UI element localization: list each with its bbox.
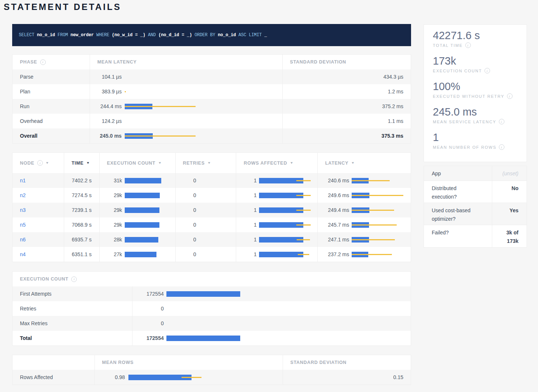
summary-stat: 100%EXECUTED WITHOUT RETRYi [433, 80, 527, 99]
node-row: n27274.5 s29k01249.6 ms [13, 188, 411, 203]
column-header-label: NODE [20, 161, 34, 166]
info-icon[interactable]: i [484, 68, 490, 73]
details-value: No [511, 184, 518, 199]
stddev-line [352, 210, 394, 211]
column-header-time[interactable]: TIME▼ [64, 153, 100, 173]
cell-value: 172554 [132, 335, 164, 341]
cell-value: 244.4 ms [90, 103, 122, 109]
cell-value: 1 [236, 237, 256, 243]
stddev-line [297, 239, 310, 240]
stddev-line [296, 224, 310, 226]
exec-table-header: EXECUTION COUNTi [13, 272, 411, 286]
stddev-line [352, 195, 403, 196]
info-icon[interactable]: i [40, 59, 46, 65]
cell-value: 1 [236, 251, 256, 257]
sql-identifier: (no_d_id = _) [156, 32, 192, 38]
cell-value: 247.1 ms [318, 237, 349, 243]
stddev-line [125, 91, 126, 92]
info-icon[interactable]: i [499, 119, 504, 124]
column-header-execution-count[interactable]: EXECUTION COUNT▼ [100, 153, 176, 173]
phase-table-header: PHASEiMEAN LATENCYSTANDARD DEVIATION [13, 55, 411, 69]
phase-row: Run244.4 ms375.2 ms [13, 99, 411, 114]
bar-chart [259, 252, 317, 257]
stat-label: MEAN SERVICE LATENCYi [433, 119, 527, 124]
cell-value: 31k [100, 178, 122, 183]
node-link[interactable]: n5 [20, 222, 26, 228]
sql-identifier: (no_w_id = _) [109, 32, 145, 38]
column-header-latency[interactable]: LATENCY▼ [318, 153, 411, 173]
phase-row: Overhead124.2 µs1.1 ms [13, 114, 411, 128]
summary-stat: 42271.6 sTOTAL TIMEi [433, 30, 527, 48]
bar-chart [352, 193, 411, 198]
mean-bar [125, 193, 160, 198]
retries-value: 0 [176, 237, 196, 243]
node-link[interactable]: n6 [20, 237, 26, 243]
sort-arrow-icon[interactable]: ▼ [290, 161, 293, 165]
time-value: 7239.1 s [72, 207, 92, 213]
retries-value: 0 [176, 207, 196, 213]
stddev-line [352, 239, 395, 240]
mean-bar [125, 178, 161, 183]
sort-arrow-icon[interactable]: ▼ [207, 161, 211, 165]
details-value: Yes [510, 206, 518, 221]
column-header-label: RETRIES [183, 161, 205, 166]
retries-value: 0 [176, 251, 196, 257]
details-label: Failed? [424, 225, 492, 247]
exec-row: Max Retries0 [13, 316, 411, 331]
column-header-retries[interactable]: RETRIES▼ [176, 153, 237, 173]
stddev-line [296, 180, 310, 181]
node-link[interactable]: n3 [20, 207, 26, 213]
bar-chart [125, 252, 175, 257]
bar-chart [125, 104, 282, 109]
cell-value: 104.1 µs [90, 74, 122, 80]
column-header-node[interactable]: NODEi▼ [13, 153, 64, 173]
details-label: Distributed execution? [424, 181, 492, 203]
bar-chart [125, 222, 175, 228]
info-icon[interactable]: i [465, 42, 471, 48]
cell-value: 1 [236, 178, 256, 183]
sort-arrow-icon[interactable]: ▼ [86, 161, 90, 165]
sql-identifier: no_o_id [34, 32, 55, 38]
info-icon[interactable]: i [37, 160, 43, 166]
rows-std-dev-value: 0.15 [393, 374, 403, 380]
summary-stat: 1MEAN NUMBER OF ROWSi [433, 131, 527, 150]
exec-row-label: Retries [20, 306, 36, 312]
details-value: (unset) [502, 169, 518, 177]
stddev-line [296, 195, 310, 196]
page-title: STATEMENT DETAILS [4, 2, 121, 12]
bar-chart [259, 237, 317, 243]
node-row: n66935.7 s28k01247.1 ms [13, 232, 411, 247]
sort-arrow-icon[interactable]: ▼ [45, 161, 49, 165]
std-dev-value: 375.2 ms [382, 103, 403, 109]
bar-chart [352, 207, 411, 213]
stat-value: 245.0 ms [433, 106, 527, 118]
sort-arrow-icon[interactable]: ▼ [158, 161, 162, 165]
stddev-line [298, 254, 309, 255]
node-row: n57068.9 s29k01245.7 ms [13, 217, 411, 232]
column-header-label: LATENCY [325, 161, 348, 166]
node-link[interactable]: n2 [20, 192, 26, 198]
sql-identifier: new_order [68, 32, 94, 38]
node-row: n37239.1 s29k01249.4 ms [13, 203, 411, 217]
stddev-line [296, 210, 310, 211]
column-header-label: TIME [72, 161, 84, 166]
node-stats-table: NODEi▼TIME▼EXECUTION COUNT▼RETRIES▼ROWS … [12, 152, 411, 262]
stddev-line [352, 254, 392, 255]
bar-chart [125, 178, 175, 183]
rows-affected-row: Rows Affected0.980.15 [13, 370, 411, 385]
bar-chart [259, 222, 317, 228]
info-icon[interactable]: i [499, 144, 504, 150]
info-icon[interactable]: i [507, 93, 513, 99]
node-row: n46351.1 s27k01237.2 ms [13, 247, 411, 262]
phase-name: Overhead [20, 118, 42, 124]
bar-chart [128, 375, 283, 380]
node-link[interactable]: n1 [20, 178, 26, 183]
std-dev-column-header: STANDARD DEVIATION [290, 59, 346, 65]
stat-label: EXECUTION COUNTi [433, 68, 527, 73]
column-header-rows-affected[interactable]: ROWS AFFECTED▼ [236, 153, 318, 173]
cell-value: 29k [100, 222, 122, 228]
details-label: App [424, 166, 492, 180]
sort-arrow-icon[interactable]: ▼ [351, 161, 355, 165]
info-icon[interactable]: i [71, 276, 77, 282]
node-link[interactable]: n4 [20, 251, 26, 257]
